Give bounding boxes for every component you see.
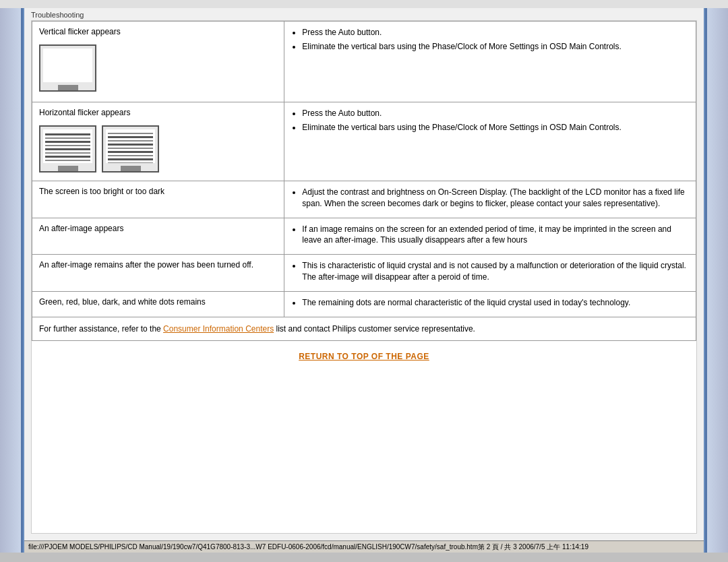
footer-cell: For further assistance, refer to the Con… <box>32 317 696 340</box>
main-content: Troubleshooting Vertical flicker appears <box>24 8 704 553</box>
solution-item: This is characteristic of liquid crystal… <box>302 260 689 283</box>
hbar7 <box>108 155 153 156</box>
solution-item: Eliminate the vertical bars using the Ph… <box>302 122 689 133</box>
monitor-images-horizontal <box>39 123 277 175</box>
return-to-top[interactable]: RETURN TO TOP OF THE PAGE <box>32 341 696 372</box>
problem-title: Vertical flicker appears <box>39 27 277 36</box>
vert-flicker <box>43 49 92 82</box>
solution-list: Adjust the contrast and brightness on On… <box>291 187 689 210</box>
solution-item: Press the Auto button. <box>302 108 689 119</box>
solution-list: This is characteristic of liquid crystal… <box>291 260 689 283</box>
solution-cell: This is characteristic of liquid crystal… <box>284 255 696 292</box>
hbar4 <box>108 144 153 146</box>
monitor-display <box>39 44 96 92</box>
problem-title: An after-image remains after the power h… <box>39 260 253 270</box>
hbar3 <box>45 141 90 143</box>
hbar7 <box>45 156 90 158</box>
hbar1 <box>45 133 90 135</box>
problem-title: Green, red, blue, dark, and white dots r… <box>39 297 206 307</box>
monitor-stand-2 <box>121 166 141 171</box>
table-row: Vertical flicker appears <box>32 22 696 102</box>
monitor-image-vertical <box>39 42 99 96</box>
table-row: The screen is too bright or too dark Adj… <box>32 181 696 218</box>
hbar1 <box>108 133 153 134</box>
troubleshooting-label: Troubleshooting <box>31 11 84 19</box>
solution-item: The remaining dots are normal characteri… <box>302 297 689 309</box>
solution-cell: Adjust the contrast and brightness on On… <box>284 181 696 218</box>
problem-cell: An after-image appears <box>32 218 284 255</box>
status-text: file:///PJOEM MODELS/PHILIPS/CD Manual/1… <box>28 543 588 551</box>
hbar8 <box>108 158 153 160</box>
hbar4 <box>45 145 90 146</box>
solution-list: If an image remains on the screen for an… <box>291 224 689 247</box>
table-row: An after-image remains after the power h… <box>32 255 696 292</box>
problem-cell: Green, red, blue, dark, and white dots r… <box>32 291 284 317</box>
table-row: An after-image appears If an image remai… <box>32 218 696 255</box>
hbar2 <box>45 137 90 139</box>
problem-cell: An after-image remains after the power h… <box>32 255 284 292</box>
hbar6 <box>45 152 90 154</box>
solution-item: Adjust the contrast and brightness on On… <box>302 187 689 210</box>
return-link-text[interactable]: RETURN TO TOP OF THE PAGE <box>299 352 429 361</box>
solution-cell: If an image remains on the screen for an… <box>284 218 696 255</box>
hbar3 <box>108 140 153 142</box>
solution-list: The remaining dots are normal characteri… <box>291 297 689 309</box>
solution-list: Press the Auto button. Eliminate the ver… <box>291 27 689 53</box>
solution-item: Press the Auto button. <box>302 27 689 38</box>
browser-chrome <box>0 0 728 8</box>
hbar9 <box>108 162 153 163</box>
problem-title: An after-image appears <box>39 224 123 233</box>
table-row: Green, red, blue, dark, and white dots r… <box>32 291 696 317</box>
hbar5 <box>45 148 90 150</box>
solution-item: If an image remains on the screen for an… <box>302 224 689 247</box>
left-panel <box>0 8 24 553</box>
footer-text-before: For further assistance, refer to the <box>39 324 163 334</box>
solution-cell: Press the Auto button. Eliminate the ver… <box>284 102 696 181</box>
status-bar: file:///PJOEM MODELS/PHILIPS/CD Manual/1… <box>24 540 704 553</box>
solution-cell: Press the Auto button. Eliminate the ver… <box>284 22 696 102</box>
hbar2 <box>108 136 153 138</box>
problem-cell: Horizontal flicker appears <box>32 102 284 181</box>
right-panel <box>704 8 728 553</box>
trouble-table: Vertical flicker appears <box>32 21 696 341</box>
screen <box>43 49 92 82</box>
monitor-stand <box>58 166 78 171</box>
hbar6 <box>108 151 153 153</box>
problem-title: Horizontal flicker appears <box>39 108 277 117</box>
monitor-stand <box>58 85 78 90</box>
table-row: Horizontal flicker appears <box>32 102 696 181</box>
consumer-info-link[interactable]: Consumer Information Centers <box>163 324 274 334</box>
problem-title: The screen is too bright or too dark <box>39 187 164 196</box>
solution-list: Press the Auto button. Eliminate the ver… <box>291 108 689 133</box>
horiz-flicker <box>43 129 92 163</box>
hbar5 <box>108 148 153 149</box>
monitor-display-1 <box>39 125 96 173</box>
document-area: Vertical flicker appears <box>31 20 697 534</box>
problem-cell: The screen is too bright or too dark <box>32 181 284 218</box>
solution-item: Eliminate the vertical bars using the Ph… <box>302 41 689 53</box>
page-header: Troubleshooting <box>24 8 704 20</box>
monitor-display-2 <box>102 125 159 173</box>
horiz-flicker-2 <box>106 129 155 163</box>
footer-text-after: list and contact Philips customer servic… <box>274 324 475 334</box>
screen <box>106 129 155 163</box>
hbar8 <box>45 160 90 161</box>
problem-cell: Vertical flicker appears <box>32 22 284 102</box>
solution-cell: The remaining dots are normal characteri… <box>284 291 696 317</box>
footer-row: For further assistance, refer to the Con… <box>32 317 696 340</box>
screen <box>43 129 92 163</box>
